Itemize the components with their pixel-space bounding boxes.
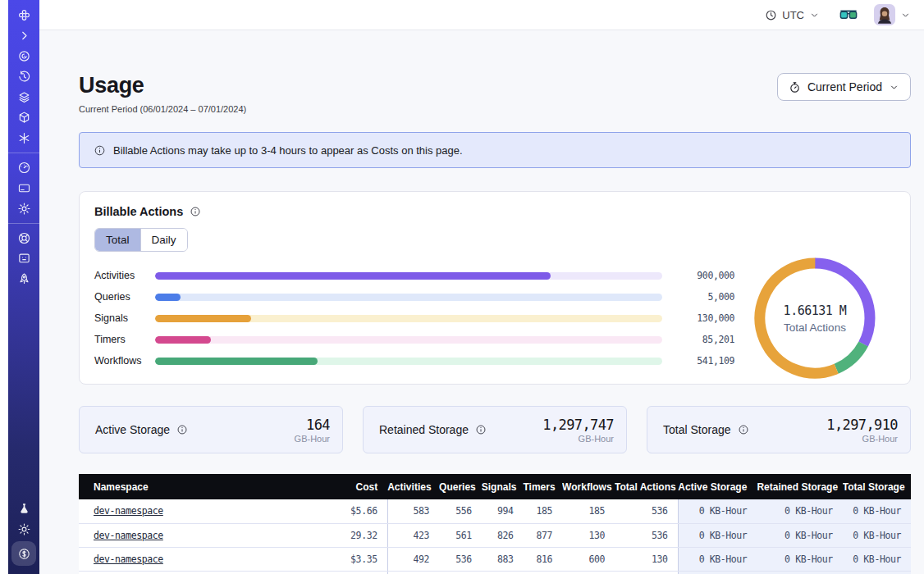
info-icon[interactable] (176, 424, 188, 435)
bar-fill (155, 315, 251, 322)
table-cell (482, 571, 524, 574)
column-header: Namespace (79, 474, 324, 499)
namespace-link[interactable]: dev-namespace (94, 505, 163, 517)
bar-fill (155, 272, 551, 280)
user-menu[interactable] (874, 4, 911, 25)
table-cell: 130 (615, 547, 678, 571)
info-icon[interactable] (190, 206, 201, 217)
table-cell (523, 571, 562, 574)
namespaces-icon[interactable] (14, 47, 34, 66)
table-cell: 536 (615, 499, 678, 523)
storage-card-value: 164 (295, 417, 330, 433)
table-cell: 185 (523, 499, 562, 523)
table-cell (562, 571, 615, 574)
bar-value: 541,109 (670, 355, 734, 367)
table-cell: dev-namespace (79, 499, 324, 523)
page-title: Usage (79, 73, 246, 98)
table-cell: 536 (615, 523, 678, 547)
tab-daily[interactable]: Daily (140, 229, 187, 251)
sun-icon[interactable] (14, 520, 34, 539)
bar-fill (155, 294, 181, 301)
lifebuoy-icon[interactable] (14, 229, 34, 248)
table-cell: 826 (482, 523, 524, 547)
table-cell: 877 (523, 523, 562, 547)
cube-icon[interactable] (14, 108, 34, 127)
table-cell: 185 (562, 499, 615, 523)
retained-storage-card: Retained Storage 1,297,747 GB-Hour (363, 406, 627, 453)
table-cell: 556 (439, 499, 482, 523)
main-area: Usage Current Period (06/01/2024 – 07/01… (39, 30, 924, 574)
table-cell: 492 (387, 547, 439, 571)
page-subtitle: Current Period (06/01/2024 – 07/01/2024) (79, 104, 246, 114)
chevron-down-icon (900, 10, 911, 20)
column-header: Workflows (562, 474, 615, 499)
table-header-row: NamespaceCostActivitiesQueriesSignalsTim… (79, 474, 911, 499)
dollar-coin-icon (14, 544, 34, 563)
billable-actions-title: Billable Actions (94, 205, 183, 218)
storage-card-unit: GB-Hour (295, 434, 330, 444)
temporal-logo[interactable] (14, 6, 34, 25)
column-header: Timers (523, 474, 562, 499)
bar-track (155, 272, 662, 280)
bar-row: Queries5,000 (94, 286, 734, 308)
table-row: dev-namespace$3.354925368838166001300 KB… (79, 547, 911, 571)
bar-row: Timers85,201 (94, 329, 734, 350)
bar-row: Signals130,000 (94, 308, 734, 329)
timezone-selector[interactable]: UTC (765, 9, 820, 21)
table-cell (439, 571, 482, 574)
usage-nav-active[interactable] (11, 541, 36, 566)
table-cell: 600 (562, 547, 615, 571)
table-cell: 0 KB-Hour (843, 547, 911, 571)
table-cell: 0 KB-Hour (843, 499, 911, 523)
period-dropdown-button[interactable]: Current Period (777, 73, 911, 101)
table-cell: 0 KB-Hour (757, 523, 842, 547)
gear-icon[interactable] (14, 199, 34, 218)
column-header: Retained Storage (757, 474, 842, 499)
info-icon[interactable] (738, 424, 749, 435)
layers-icon[interactable] (14, 88, 34, 107)
table-cell (757, 571, 842, 574)
sidebar (8, 0, 39, 574)
table-cell: 994 (482, 499, 524, 523)
namespace-usage-table: NamespaceCostActivitiesQueriesSignalsTim… (79, 474, 911, 574)
storage-card-unit: GB-Hour (826, 434, 898, 444)
table-cell (387, 571, 439, 574)
tab-total[interactable]: Total (95, 229, 140, 251)
table-cell: 0 KB-Hour (843, 523, 911, 547)
rocket-icon[interactable] (14, 270, 34, 289)
table-cell: 29.32 (324, 523, 387, 547)
table-cell: 561 (439, 523, 482, 547)
table-cell: 883 (482, 547, 524, 571)
table-cell: dev-namespace (79, 523, 324, 547)
info-banner: Billable Actions may take up to 3-4 hour… (79, 132, 911, 168)
chevron-right-icon[interactable] (14, 26, 34, 45)
donut-total-label: Total Actions (784, 321, 846, 334)
bar-fill (155, 358, 318, 365)
storage-card-value: 1,297,910 (826, 417, 898, 433)
table-cell: 583 (387, 499, 439, 523)
monitor-feedback-icon[interactable] (14, 249, 34, 268)
table-cell (843, 571, 911, 574)
flask-icon[interactable] (14, 499, 34, 518)
column-header: Signals (482, 474, 524, 499)
column-header: Total Actions (615, 474, 678, 499)
table-row: dev-namespace29.324235618268771305360 KB… (79, 523, 911, 547)
credit-card-icon[interactable] (14, 179, 34, 198)
namespace-link[interactable]: dev-namespace (94, 530, 163, 541)
column-header: Activities (387, 474, 439, 499)
table-cell: $5.66 (324, 499, 387, 523)
info-icon[interactable] (475, 424, 487, 435)
table-cell: 0 KB-Hour (678, 499, 757, 523)
glasses-icon[interactable] (839, 9, 858, 21)
bar-row: Activities900,000 (94, 265, 734, 286)
history-icon[interactable] (14, 67, 34, 86)
asterisk-icon[interactable] (14, 129, 34, 148)
bar-label: Queries (94, 291, 155, 303)
namespace-link[interactable]: dev-namespace (94, 554, 163, 565)
billable-actions-card: Billable Actions Total Daily Activities9… (79, 191, 911, 385)
total-daily-tabs: Total Daily (94, 228, 188, 252)
column-header: Queries (439, 474, 482, 499)
table-cell: 0 KB-Hour (678, 523, 757, 547)
gauge-icon[interactable] (14, 158, 34, 177)
column-header: Total Storage (843, 474, 911, 499)
